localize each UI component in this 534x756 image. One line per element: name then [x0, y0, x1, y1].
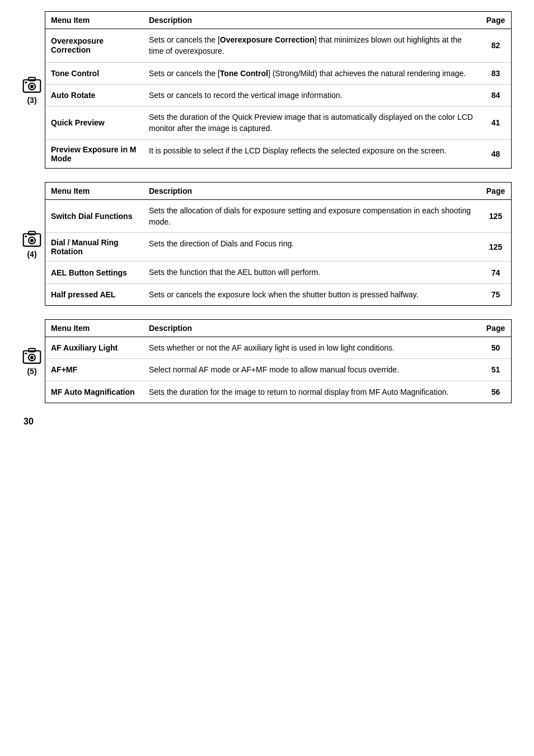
table-row: Overexposure Correction Sets or cancels …	[45, 29, 511, 63]
camera-icon-container	[22, 346, 41, 367]
menu-item-cell: AF+MF	[45, 359, 143, 381]
camera-icon-container	[22, 229, 41, 250]
section-4-wrapper: (4) Menu Item Description Page Switch Di…	[22, 182, 512, 306]
description-cell: Sets or cancels the exposure lock when t…	[143, 283, 480, 305]
table-row: Switch Dial Functions Sets the allocatio…	[45, 199, 511, 233]
page-num-cell: 74	[480, 262, 511, 283]
menu-item-cell: Dial / Manual Ring Rotation	[45, 233, 143, 262]
page-num-cell: 125	[480, 233, 511, 262]
table-row: Half pressed AEL Sets or cancels the exp…	[45, 283, 511, 305]
table-row: AF Auxiliary Light Sets whether or not t…	[45, 337, 511, 358]
svg-rect-1	[29, 77, 35, 81]
description-cell: Sets or cancels the [Overexposure Correc…	[143, 29, 480, 63]
page-num-cell: 75	[480, 283, 511, 305]
description-cell: Sets the direction of Dials and Focus ri…	[143, 233, 480, 262]
page-num-cell: 125	[480, 199, 511, 233]
page-num-cell: 83	[480, 62, 511, 84]
page-num-cell: 41	[480, 106, 511, 140]
table-row: Dial / Manual Ring Rotation Sets the dir…	[45, 233, 511, 262]
menu-item-cell: Preview Exposure in M Mode	[45, 139, 143, 168]
menu-table: Menu Item Description Page AF Auxiliary …	[45, 320, 511, 403]
svg-rect-6	[29, 231, 35, 235]
menu-item-cell: Auto Rotate	[45, 84, 143, 106]
menu-item-cell: Tone Control	[45, 62, 143, 84]
svg-point-8	[30, 239, 34, 242]
camera-icon	[22, 346, 41, 365]
col-header-description: Description	[143, 320, 480, 337]
table-row: AF+MF Select normal AF mode or AF+MF mod…	[45, 359, 511, 381]
menu-table: Menu Item Description Page Overexposure …	[45, 12, 511, 168]
col-header-description: Description	[143, 12, 480, 29]
table-row: Quick Preview Sets the duration of the Q…	[45, 106, 511, 140]
col-header-menu-item: Menu Item	[45, 12, 143, 29]
section-number: (3)	[27, 96, 36, 105]
section-label-3: (3)	[22, 11, 45, 169]
section-number: (5)	[27, 367, 36, 376]
table-row: MF Auto Magnification Sets the duration …	[45, 381, 511, 403]
menu-item-cell: Switch Dial Functions	[45, 199, 143, 233]
col-header-page: Page	[480, 12, 511, 29]
page-num-cell: 56	[480, 381, 511, 403]
menu-item-cell: Half pressed AEL	[45, 283, 143, 305]
section-3-wrapper: (3) Menu Item Description Page Overexpos…	[22, 11, 512, 169]
table-row: Tone Control Sets or cancels the [Tone C…	[45, 62, 511, 84]
section-5-wrapper: (5) Menu Item Description Page AF Auxili…	[22, 319, 512, 403]
col-header-description: Description	[143, 183, 480, 200]
page-num-cell: 50	[480, 337, 511, 358]
table-row: Preview Exposure in M Mode It is possibl…	[45, 139, 511, 168]
svg-rect-4	[25, 82, 27, 83]
svg-rect-14	[25, 353, 27, 354]
col-header-menu-item: Menu Item	[45, 320, 143, 337]
section-label-5: (5)	[22, 319, 45, 403]
col-header-menu-item: Menu Item	[45, 183, 143, 200]
description-cell: It is possible to select if the LCD Disp…	[143, 139, 480, 168]
camera-icon	[22, 229, 41, 248]
description-cell: Sets or cancels to record the vertical i…	[143, 84, 480, 106]
description-cell: Sets the function that the AEL button wi…	[143, 262, 480, 283]
table-row: Auto Rotate Sets or cancels to record th…	[45, 84, 511, 106]
description-cell: Sets whether or not the AF auxiliary lig…	[143, 337, 480, 358]
col-header-page: Page	[480, 183, 511, 200]
menu-item-cell: Overexposure Correction	[45, 29, 143, 63]
page-num-cell: 48	[480, 139, 511, 168]
svg-point-3	[30, 85, 34, 88]
page-num-cell: 84	[480, 84, 511, 106]
camera-icon-container	[22, 75, 41, 96]
svg-rect-11	[29, 349, 35, 352]
page-num-cell: 51	[480, 359, 511, 381]
menu-item-cell: AF Auxiliary Light	[45, 337, 143, 358]
svg-rect-9	[25, 236, 27, 237]
description-cell: Sets the duration of the Quick Preview i…	[143, 106, 480, 140]
page-num-cell: 82	[480, 29, 511, 63]
svg-point-13	[30, 356, 34, 360]
camera-icon	[22, 75, 41, 94]
description-cell: Sets or cancels the [Tone Control] (Stro…	[143, 62, 480, 84]
description-cell: Select normal AF mode or AF+MF mode to a…	[143, 359, 480, 381]
col-header-page: Page	[480, 320, 511, 337]
description-cell: Sets the duration for the image to retur…	[143, 381, 480, 403]
section-label-4: (4)	[22, 182, 45, 306]
menu-item-cell: AEL Button Settings	[45, 262, 143, 283]
page-number: 30	[22, 417, 512, 427]
menu-table: Menu Item Description Page Switch Dial F…	[45, 183, 511, 305]
menu-item-cell: MF Auto Magnification	[45, 381, 143, 403]
menu-item-cell: Quick Preview	[45, 106, 143, 140]
description-cell: Sets the allocation of dials for exposur…	[143, 199, 480, 233]
table-row: AEL Button Settings Sets the function th…	[45, 262, 511, 283]
section-number: (4)	[27, 250, 36, 259]
